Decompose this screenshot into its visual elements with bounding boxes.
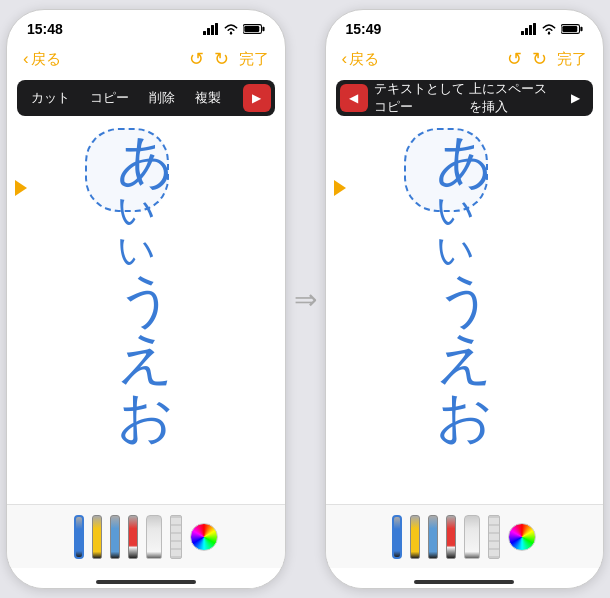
svg-rect-10	[529, 25, 532, 35]
left-color-wheel[interactable]	[190, 523, 218, 551]
left-context-toolbar: カット コピー 削除 複製 ▶	[17, 80, 275, 116]
battery-icon	[243, 23, 265, 35]
right-text-content: あ い い う え お	[395, 132, 534, 447]
left-tool-eraser[interactable]	[128, 515, 138, 559]
right-tool-pen-blue[interactable]	[392, 515, 402, 559]
insert-space-button[interactable]: 上にスペースを挿入	[469, 80, 555, 116]
duplicate-button[interactable]: 複製	[185, 80, 231, 116]
right-home-bar	[414, 580, 514, 584]
right-char-u: う	[436, 271, 493, 330]
right-char-ii: い い	[395, 191, 534, 271]
right-back-button[interactable]: ‹ 戻る	[342, 49, 380, 69]
more-arrow-icon: ▶	[252, 91, 261, 105]
left-nav-bar: ‹ 戻る ↺ ↻ 完了	[7, 42, 285, 80]
right-context-toolbar: ◀ テキストとしてコピー 上にスペースを挿入 ▶	[336, 80, 594, 116]
right-time: 15:49	[346, 21, 382, 37]
right-toolbar-options: テキストとしてコピー 上にスペースを挿入	[368, 80, 562, 116]
left-back-label: 戻る	[31, 50, 61, 69]
left-text-content: あ い い う え お	[76, 132, 215, 447]
right-char-o: お	[436, 388, 493, 447]
right-nav-actions: ↺ ↻ 完了	[507, 48, 587, 70]
svg-rect-2	[211, 25, 214, 35]
delete-button[interactable]: 削除	[139, 80, 185, 116]
char-e: え	[117, 329, 174, 388]
left-undo-icon[interactable]: ↺	[189, 48, 204, 70]
char-u: う	[117, 271, 174, 330]
left-back-button[interactable]: ‹ 戻る	[23, 49, 61, 69]
next-arrow-button[interactable]: ▶	[561, 84, 589, 112]
left-phone: 15:48	[6, 9, 286, 589]
right-bottom-toolbar	[326, 504, 604, 568]
right-battery-icon	[561, 23, 583, 35]
left-status-bar: 15:48	[7, 10, 285, 42]
svg-rect-14	[580, 27, 582, 31]
left-tool-pen-yellow[interactable]	[92, 515, 102, 559]
cut-button[interactable]: カット	[21, 80, 80, 116]
right-phone: 15:49	[325, 9, 605, 589]
right-tool-pen-white[interactable]	[464, 515, 480, 559]
left-status-icons	[203, 23, 265, 35]
right-done-button[interactable]: 完了	[557, 50, 587, 69]
prev-arrow-icon: ◀	[349, 91, 358, 105]
right-tool-pen-red[interactable]	[446, 515, 456, 559]
left-done-button[interactable]: 完了	[239, 50, 269, 69]
right-canvas: あ い い う え お	[326, 120, 604, 504]
right-home-indicator	[326, 568, 604, 588]
left-home-indicator	[7, 568, 285, 588]
left-tool-ruler[interactable]	[170, 515, 182, 559]
transition-arrow: ⇒	[294, 283, 317, 316]
wifi-icon	[223, 23, 239, 35]
copy-button[interactable]: コピー	[80, 80, 139, 116]
svg-rect-0	[203, 31, 206, 35]
right-back-label: 戻る	[349, 50, 379, 69]
left-time: 15:48	[27, 21, 63, 37]
left-tool-pen-blue[interactable]	[74, 515, 84, 559]
left-pencil-marker	[15, 180, 27, 196]
right-status-bar: 15:49	[326, 10, 604, 42]
svg-rect-3	[215, 23, 218, 35]
right-char-a: あ	[436, 132, 493, 191]
right-signal-icon	[521, 23, 537, 35]
left-home-bar	[96, 580, 196, 584]
right-color-wheel[interactable]	[508, 523, 536, 551]
text-copy-button[interactable]: テキストとしてコピー	[374, 80, 470, 116]
right-status-icons	[521, 23, 583, 35]
svg-rect-9	[525, 28, 528, 35]
left-redo-icon[interactable]: ↻	[214, 48, 229, 70]
more-button[interactable]: ▶	[243, 84, 271, 112]
svg-rect-1	[207, 28, 210, 35]
signal-icon	[203, 23, 219, 35]
right-wifi-icon	[541, 23, 557, 35]
svg-rect-15	[562, 26, 577, 32]
char-ii: い い	[76, 191, 215, 271]
left-bottom-toolbar	[7, 504, 285, 568]
left-chevron-icon: ‹	[23, 49, 29, 69]
right-nav-bar: ‹ 戻る ↺ ↻ 完了	[326, 42, 604, 80]
left-canvas: あ い い う え お	[7, 120, 285, 504]
left-tool-lasso[interactable]	[146, 515, 162, 559]
right-tool-ruler[interactable]	[488, 515, 500, 559]
right-pencil-marker	[334, 180, 346, 196]
svg-rect-8	[521, 31, 524, 35]
svg-rect-6	[262, 27, 264, 31]
prev-arrow-button[interactable]: ◀	[340, 84, 368, 112]
svg-point-4	[229, 32, 231, 34]
svg-point-12	[548, 32, 550, 34]
svg-rect-7	[244, 26, 259, 32]
svg-rect-11	[533, 23, 536, 35]
right-undo-icon[interactable]: ↺	[507, 48, 522, 70]
right-char-e: え	[436, 329, 493, 388]
char-o: お	[117, 388, 174, 447]
char-a: あ	[117, 132, 174, 191]
next-arrow-icon: ▶	[571, 91, 580, 105]
right-tool-pen-yellow[interactable]	[410, 515, 420, 559]
left-nav-actions: ↺ ↻ 完了	[189, 48, 269, 70]
right-redo-icon[interactable]: ↻	[532, 48, 547, 70]
left-tool-pen-blue2[interactable]	[110, 515, 120, 559]
right-tool-pen-blue2[interactable]	[428, 515, 438, 559]
right-chevron-icon: ‹	[342, 49, 348, 69]
